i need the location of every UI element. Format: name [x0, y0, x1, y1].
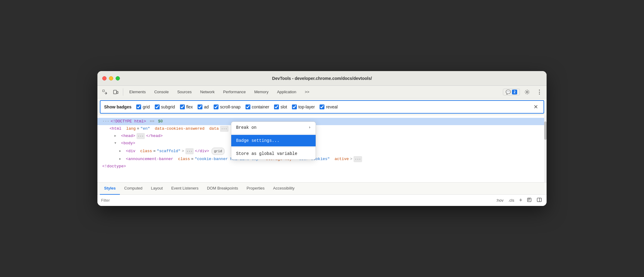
- badge-item-reveal: reveal: [320, 104, 337, 109]
- badge-item-grid: grid: [136, 104, 150, 109]
- window-title: DevTools - developer.chrome.com/docs/dev…: [272, 76, 372, 81]
- toolbar-divider: [123, 88, 123, 96]
- badge-flex-checkbox[interactable]: [180, 104, 185, 109]
- div-close: </div>: [195, 148, 209, 154]
- tab-dom-breakpoints[interactable]: DOM Breakpoints: [203, 183, 242, 195]
- badge-settings-close-button[interactable]: ✕: [532, 103, 540, 111]
- more-options-icon[interactable]: ⋮: [534, 87, 544, 97]
- banner-space2: [175, 156, 177, 162]
- div-scaffold-line[interactable]: ▶ <div class = "scaffold" > ··· </div> g…: [97, 147, 547, 156]
- line1-prefix: ···: [102, 118, 109, 125]
- head-open: <head>: [121, 133, 135, 139]
- elements-panel: ··· <!DOCTYPE html> == $0 <html lang = "…: [97, 115, 547, 182]
- context-menu-item-break-on[interactable]: Break on ›: [231, 122, 316, 133]
- head-expand[interactable]: ▶: [114, 133, 116, 139]
- badge-item-top-layer: top-layer: [292, 104, 315, 109]
- messages-button[interactable]: 💬 2: [503, 89, 520, 95]
- title-bar: DevTools - developer.chrome.com/docs/dev…: [97, 71, 547, 86]
- more-tabs-button[interactable]: >>: [301, 88, 313, 95]
- device-toggle-icon[interactable]: [111, 87, 120, 97]
- div-open: <div: [126, 148, 135, 154]
- head-line[interactable]: ▶ <head> ··· </head>: [97, 132, 547, 140]
- badge-item-ad: ad: [198, 104, 209, 109]
- badge-slot-checkbox[interactable]: [274, 104, 279, 109]
- badge-settings-label-menu: Badge settings...: [236, 138, 280, 144]
- head-space: [117, 133, 120, 139]
- html-open: <html: [110, 126, 121, 132]
- cls-button[interactable]: .cls: [507, 197, 516, 203]
- context-menu-item-store-global[interactable]: Store as global variable: [231, 148, 316, 159]
- html-tag-line[interactable]: <html lang = "en" data-cookies-answered …: [97, 125, 547, 132]
- tab-sources[interactable]: Sources: [174, 88, 195, 95]
- context-menu-item-badge-settings[interactable]: Badge settings...: [231, 135, 316, 146]
- banner-ellipsis: ···: [354, 156, 362, 162]
- settings-icon[interactable]: [522, 87, 532, 97]
- body-tag: <body>: [121, 140, 135, 146]
- tab-accessibility[interactable]: Accessibility: [269, 183, 299, 195]
- element-state-icon[interactable]: [526, 197, 533, 204]
- tab-layout[interactable]: Layout: [147, 183, 167, 195]
- badge-scroll-snap-checkbox[interactable]: [214, 104, 219, 109]
- badge-slot-label: slot: [280, 104, 287, 109]
- add-style-button[interactable]: +: [518, 197, 524, 204]
- hov-button[interactable]: :hov: [495, 197, 505, 203]
- tab-memory[interactable]: Memory: [251, 88, 272, 95]
- minimize-button[interactable]: [109, 76, 113, 80]
- div-space2: [137, 148, 139, 154]
- grid-badge[interactable]: grid: [212, 148, 224, 155]
- badge-container-checkbox[interactable]: [246, 104, 250, 109]
- inspector-icon[interactable]: [100, 87, 110, 97]
- tab-properties[interactable]: Properties: [242, 183, 269, 195]
- badge-ad-checkbox[interactable]: [198, 104, 202, 109]
- sidebar-toggle-icon[interactable]: [536, 197, 543, 204]
- badge-item-subgrid: subgrid: [155, 104, 175, 109]
- html-cookies-attr: data-cookies-answered: [155, 126, 205, 132]
- badge-reveal-checkbox[interactable]: [320, 104, 324, 109]
- tab-computed[interactable]: Computed: [120, 183, 147, 195]
- badge-top-layer-checkbox[interactable]: [292, 104, 297, 109]
- banner-tag: <announcement-banner: [126, 156, 173, 162]
- doctype-tag: <!DOCTYPE html>: [110, 118, 146, 125]
- div-gt: >: [182, 148, 184, 154]
- elements-scrollbar-thumb[interactable]: [544, 121, 547, 140]
- div-space: [122, 148, 125, 154]
- close-button[interactable]: [102, 76, 107, 80]
- badge-reveal-label: reveal: [326, 104, 337, 109]
- tab-styles[interactable]: Styles: [100, 183, 120, 195]
- badge-grid-checkbox[interactable]: [136, 104, 141, 109]
- maximize-button[interactable]: [116, 76, 120, 80]
- tab-performance[interactable]: Performance: [219, 88, 249, 95]
- tab-console[interactable]: Console: [151, 88, 172, 95]
- div-eq: =: [153, 148, 156, 154]
- html-space: [123, 126, 125, 132]
- doctype2-line[interactable]: <!doctype>: [97, 163, 547, 170]
- html-lang-val: "en": [141, 126, 150, 132]
- tab-event-listeners[interactable]: Event Listeners: [167, 183, 203, 195]
- body-expand[interactable]: ▼: [114, 140, 116, 146]
- svg-rect-0: [103, 90, 104, 92]
- badge-count: 2: [512, 90, 517, 94]
- tab-elements[interactable]: Elements: [126, 88, 149, 95]
- svg-rect-2: [114, 90, 117, 94]
- body-line[interactable]: ▼ <body>: [97, 140, 547, 147]
- context-menu-divider2: [231, 147, 316, 147]
- badge-subgrid-checkbox[interactable]: [155, 104, 160, 109]
- div-expand[interactable]: ▶: [119, 148, 121, 154]
- filter-bar: :hov .cls +: [97, 194, 547, 206]
- tab-application[interactable]: Application: [273, 88, 300, 95]
- svg-rect-7: [528, 200, 530, 200]
- filter-input[interactable]: [101, 198, 495, 203]
- toolbar-right: 💬 2 ⋮: [503, 87, 544, 97]
- svg-rect-3: [117, 91, 118, 94]
- banner-line[interactable]: ▶ <announcement-banner class = "cookie-b…: [97, 156, 547, 163]
- tab-network[interactable]: Network: [197, 88, 219, 95]
- doctype2-tag: <!doctype>: [102, 163, 126, 169]
- devtools-window: DevTools - developer.chrome.com/docs/dev…: [97, 71, 547, 206]
- body-space: [117, 140, 120, 146]
- banner-expand[interactable]: ▶: [119, 156, 121, 162]
- line1-var: $0: [158, 118, 163, 125]
- doctype-line[interactable]: ··· <!DOCTYPE html> == $0: [97, 118, 547, 125]
- badge-item-flex: flex: [180, 104, 193, 109]
- badge-item-container: container: [246, 104, 269, 109]
- break-on-label: Break on: [236, 125, 256, 131]
